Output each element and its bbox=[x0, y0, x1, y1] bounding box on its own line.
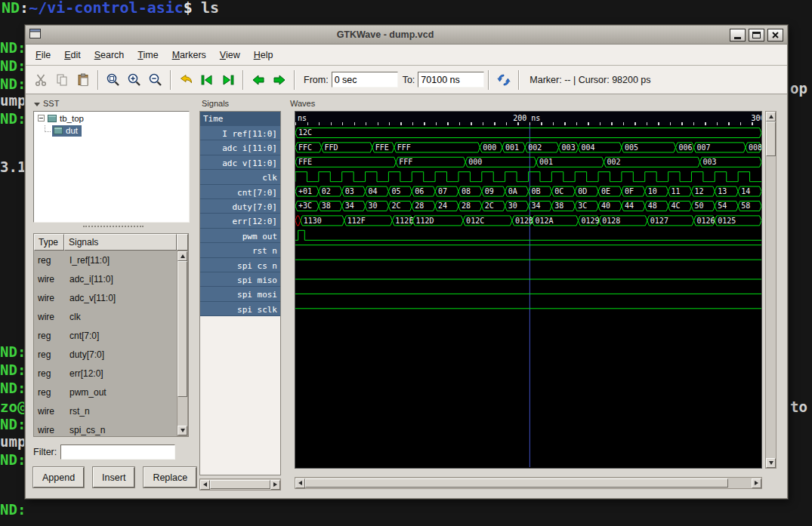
svg-text:112D: 112D bbox=[415, 217, 434, 225]
toolbar-separator bbox=[294, 70, 295, 90]
signal-name[interactable]: spi miso bbox=[200, 272, 280, 287]
scroll-right-button[interactable] bbox=[270, 480, 280, 490]
waves-vertical-scrollbar[interactable] bbox=[765, 111, 776, 469]
svg-text:02: 02 bbox=[322, 187, 331, 195]
signal-name[interactable]: adc i[11:0] bbox=[200, 140, 280, 155]
window-titlebar[interactable]: GTKWave - dump.vcd bbox=[26, 26, 787, 45]
signal-name[interactable]: clk bbox=[200, 170, 280, 184]
scroll-up-button[interactable] bbox=[766, 112, 776, 122]
copy-button[interactable] bbox=[51, 69, 73, 91]
waves-horizontal-scrollbar[interactable] bbox=[295, 477, 762, 489]
signal-name[interactable]: spi sclk bbox=[200, 302, 280, 316]
timeline-tick-label: 300 n bbox=[751, 114, 762, 122]
svg-text:06: 06 bbox=[415, 187, 424, 195]
tree-expander-icon[interactable] bbox=[38, 115, 45, 122]
insert-button[interactable]: Insert bbox=[93, 467, 134, 488]
close-button[interactable] bbox=[767, 29, 783, 42]
reload-button[interactable] bbox=[493, 69, 514, 91]
paste-button[interactable] bbox=[73, 69, 94, 91]
svg-text:0B: 0B bbox=[532, 187, 541, 195]
menu-time[interactable]: Time bbox=[131, 46, 165, 64]
to-label: To: bbox=[403, 75, 415, 85]
signal-name[interactable]: err[12:0] bbox=[200, 214, 280, 228]
menu-markers[interactable]: Markers bbox=[165, 46, 213, 64]
scrollbar-thumb[interactable] bbox=[178, 261, 187, 397]
filter-input[interactable] bbox=[60, 444, 175, 460]
table-header-type[interactable]: Type bbox=[34, 234, 64, 251]
signal-name[interactable]: cnt[7:0] bbox=[200, 185, 280, 199]
cut-button[interactable] bbox=[30, 69, 51, 91]
table-row[interactable]: wirespi_cs_n bbox=[34, 420, 177, 436]
from-input[interactable] bbox=[332, 72, 398, 88]
shift-left-button[interactable] bbox=[248, 69, 269, 91]
time-header: Time bbox=[200, 112, 280, 126]
toolbar: From: To: Marker: -- | Cursor: 98200 ps bbox=[26, 66, 787, 94]
svg-text:012C: 012C bbox=[466, 217, 484, 225]
tree-item-dut[interactable]: dut bbox=[34, 125, 189, 137]
to-input[interactable] bbox=[418, 72, 484, 88]
svg-text:006: 006 bbox=[678, 143, 692, 152]
table-row[interactable]: regduty[7:0] bbox=[34, 345, 177, 364]
signal-name[interactable]: spi cs n bbox=[200, 258, 280, 272]
terminal-text-fragment: to bbox=[790, 398, 807, 415]
window-title: GTKWave - dump.vcd bbox=[41, 29, 730, 40]
table-row[interactable]: regerr[12:0] bbox=[34, 364, 177, 383]
svg-text:50: 50 bbox=[694, 201, 703, 210]
svg-text:008: 008 bbox=[749, 143, 761, 152]
signals-horizontal-scrollbar[interactable] bbox=[199, 478, 281, 491]
reload-icon bbox=[496, 72, 512, 88]
tree-item-tb-top[interactable]: tb_top bbox=[34, 112, 189, 125]
signal-name[interactable]: adc v[11:0] bbox=[200, 155, 280, 170]
zoom-undo-button[interactable] bbox=[175, 69, 196, 91]
scroll-right-button[interactable] bbox=[752, 478, 761, 488]
signal-name[interactable]: rst n bbox=[200, 243, 280, 257]
menu-search[interactable]: Search bbox=[88, 46, 131, 64]
pane-resize-grip[interactable] bbox=[83, 226, 144, 227]
table-row[interactable]: regI_ref[11:0] bbox=[34, 251, 177, 269]
waveform-canvas[interactable]: 12CFFCFFDFFEFFF0000010020030040050060070… bbox=[295, 125, 761, 467]
zoom-in-button[interactable] bbox=[124, 69, 145, 91]
table-header-signals[interactable]: Signals bbox=[64, 234, 177, 251]
scroll-down-button[interactable] bbox=[766, 458, 776, 468]
scroll-left-button[interactable] bbox=[200, 480, 210, 490]
table-row[interactable]: wireclk bbox=[34, 307, 177, 326]
table-scrollbar[interactable] bbox=[177, 251, 188, 436]
timeline[interactable]: ns 200 ns300 n bbox=[295, 111, 762, 125]
svg-text:1130: 1130 bbox=[304, 217, 322, 225]
zoom-out-button[interactable] bbox=[145, 69, 166, 91]
scrollbar-thumb[interactable] bbox=[305, 478, 728, 488]
skip-to-end-button[interactable] bbox=[218, 69, 239, 91]
table-row[interactable]: regpwm_out bbox=[34, 383, 177, 401]
svg-text:13: 13 bbox=[718, 187, 727, 195]
table-header-corner bbox=[177, 234, 188, 251]
table-row[interactable]: regcnt[7:0] bbox=[34, 326, 177, 345]
svg-text:28: 28 bbox=[415, 201, 424, 210]
table-row[interactable]: wireadc_v[11:0] bbox=[34, 288, 177, 307]
table-row[interactable]: wireadc_i[11:0] bbox=[34, 269, 177, 288]
signal-name[interactable]: pwm out bbox=[200, 229, 280, 243]
table-row[interactable]: wirerst_n bbox=[34, 401, 177, 420]
signal-type-cell: reg bbox=[34, 349, 64, 360]
skip-to-start-button[interactable] bbox=[196, 69, 218, 91]
signal-name[interactable]: I ref[11:0] bbox=[200, 126, 280, 140]
scroll-up-button[interactable] bbox=[178, 251, 187, 261]
menu-view[interactable]: View bbox=[213, 46, 247, 64]
replace-button[interactable]: Replace bbox=[144, 467, 196, 488]
minimize-button[interactable] bbox=[730, 29, 746, 42]
waveform-area[interactable]: 12CFFCFFDFFEFFF0000010020030040050060070… bbox=[295, 125, 762, 469]
scrollbar-thumb[interactable] bbox=[210, 480, 270, 489]
maximize-button[interactable] bbox=[749, 29, 764, 42]
menu-edit[interactable]: Edit bbox=[57, 46, 88, 64]
zoom-fit-button[interactable] bbox=[103, 69, 124, 91]
scroll-down-button[interactable] bbox=[178, 426, 187, 435]
shift-right-button[interactable] bbox=[269, 69, 290, 91]
sst-header[interactable]: SST bbox=[32, 97, 195, 109]
menu-help[interactable]: Help bbox=[247, 46, 280, 64]
signal-name[interactable]: duty[7:0] bbox=[200, 199, 280, 214]
signal-name[interactable]: spi mosi bbox=[200, 287, 280, 301]
scroll-left-button[interactable] bbox=[295, 478, 305, 488]
append-button[interactable]: Append bbox=[33, 467, 84, 488]
terminal-text-fragment: ND: bbox=[0, 39, 26, 56]
scrollbar-thumb[interactable] bbox=[766, 122, 776, 156]
menu-file[interactable]: File bbox=[29, 46, 57, 64]
